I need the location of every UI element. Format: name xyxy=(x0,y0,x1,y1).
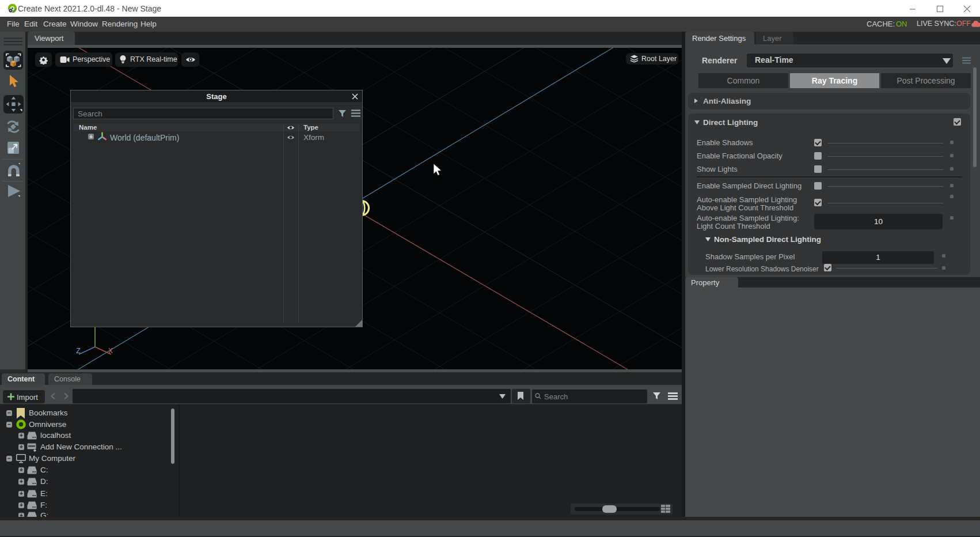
svg-text:X: X xyxy=(108,347,113,355)
svg-text:Z: Z xyxy=(76,347,80,355)
